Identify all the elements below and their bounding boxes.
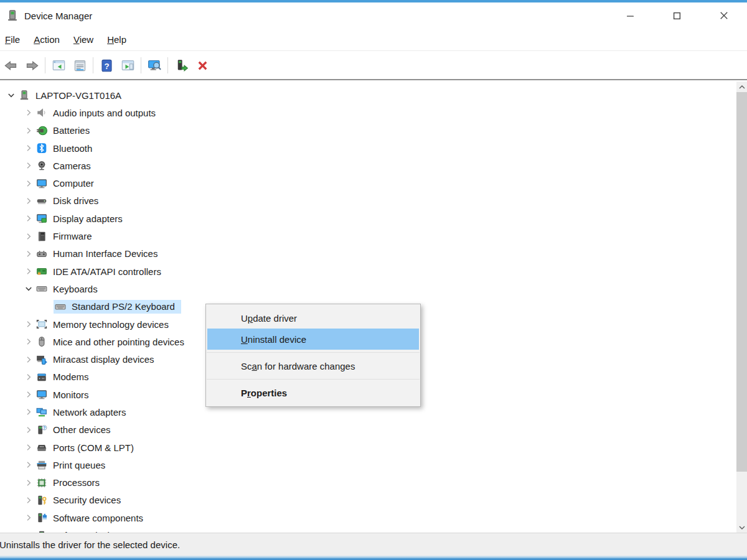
network-adapter-icon — [36, 406, 47, 418]
chevron-down-icon[interactable] — [22, 284, 35, 294]
chevron-down-icon — [739, 526, 745, 530]
tree-item-label: Disk drives — [53, 195, 98, 206]
minimize-button[interactable] — [607, 2, 654, 29]
chevron-right-icon[interactable] — [22, 319, 35, 329]
chevron-right-icon[interactable] — [22, 249, 35, 259]
tree-item-firmware[interactable]: Firmware — [0, 227, 736, 245]
close-button[interactable] — [700, 2, 747, 29]
speaker-icon — [36, 107, 47, 118]
tree-item-label: Memory technology devices — [53, 319, 169, 330]
show-console-tree-button[interactable] — [48, 55, 69, 76]
maximize-icon — [673, 12, 681, 20]
context-menu-item-uninstall-device[interactable]: Uninstall device — [207, 329, 419, 350]
tree-item-other-devices[interactable]: ? Other devices — [0, 421, 736, 439]
tree-item-cameras[interactable]: Cameras — [0, 157, 736, 174]
scroll-up-button[interactable] — [736, 82, 747, 92]
menubar: File Action View Help — [0, 29, 747, 51]
chevron-right-icon[interactable] — [22, 390, 35, 399]
tree-item-software-components[interactable]: Software components — [0, 509, 736, 526]
update-driver-button[interactable] — [171, 55, 192, 76]
properties-window-icon — [73, 58, 87, 73]
tree-item-processors[interactable]: Processors — [0, 474, 736, 492]
tree-item-label: Security devices — [53, 495, 121, 505]
context-menu-item-properties[interactable]: Properties — [207, 382, 419, 403]
chevron-down-icon[interactable] — [5, 90, 17, 100]
chevron-right-icon[interactable] — [22, 143, 35, 153]
context-menu-item-update-driver[interactable]: Update driver — [207, 307, 419, 329]
tree-item-batteries[interactable]: Batteries — [0, 122, 736, 139]
tree-item-laptop-vg1t016a[interactable]: LAPTOP-VG1T016A — [0, 86, 736, 104]
laptop-device-icon — [19, 90, 30, 101]
tree-item-label: Ports (COM & LPT) — [53, 442, 134, 453]
tree-item-display-adapters[interactable]: Display adapters — [0, 210, 736, 227]
chevron-right-icon[interactable] — [22, 372, 35, 382]
chevron-right-icon[interactable] — [22, 179, 35, 189]
uninstall-device-button[interactable] — [192, 55, 213, 76]
chevron-right-icon[interactable] — [22, 460, 35, 470]
toolbar-separator — [167, 57, 168, 73]
menu-help[interactable]: Help — [100, 30, 133, 49]
forward-button[interactable] — [21, 55, 42, 76]
tree-item-human-interface-devices[interactable]: Human Interface Devices — [0, 245, 736, 263]
window-title: Device Manager — [24, 11, 92, 21]
firmware-icon — [36, 231, 47, 242]
tree-item-label: Mice and other pointing devices — [53, 337, 184, 347]
menu-action[interactable]: Action — [27, 30, 67, 49]
menu-file[interactable]: File — [0, 30, 27, 49]
maximize-button[interactable] — [654, 2, 700, 29]
chevron-right-icon[interactable] — [22, 495, 35, 505]
tree-item-label: Bluetooth — [53, 143, 92, 154]
tree-item-audio-inputs-and-outputs[interactable]: Audio inputs and outputs — [0, 104, 736, 121]
tree-item-label: Cameras — [53, 161, 91, 171]
chevron-right-icon[interactable] — [22, 337, 35, 347]
chevron-right-icon[interactable] — [22, 355, 35, 365]
chevron-right-icon[interactable] — [22, 196, 35, 206]
status-text: Uninstalls the driver for the selected d… — [0, 539, 180, 550]
scan-hardware-icon — [148, 58, 162, 73]
disk-icon — [36, 195, 47, 207]
chevron-right-icon[interactable] — [22, 478, 35, 488]
chevron-right-icon[interactable] — [22, 266, 35, 276]
tree-item-print-queues[interactable]: Print queues — [0, 456, 736, 474]
show-console-tree-icon — [52, 58, 66, 73]
titlebar[interactable]: Device Manager — [0, 2, 747, 29]
chevron-right-icon[interactable] — [22, 442, 35, 452]
action-pane-icon — [121, 58, 135, 73]
action-pane-button[interactable] — [117, 55, 138, 76]
tree-item-keyboards[interactable]: Keyboards — [0, 280, 736, 297]
ports-icon — [36, 442, 47, 453]
display-adapter-icon — [36, 213, 47, 224]
scroll-down-button[interactable] — [736, 522, 747, 533]
tree-item-label: Print queues — [53, 460, 105, 470]
tree-item-ide-ata-atapi-controllers[interactable]: IDE ATA/ATAPI controllers — [0, 263, 736, 280]
chevron-placeholder — [41, 302, 54, 312]
chevron-right-icon[interactable] — [22, 213, 35, 223]
chevron-right-icon[interactable] — [22, 407, 35, 417]
tree-item-security-devices[interactable]: Security devices — [0, 492, 736, 509]
tree-item-bluetooth[interactable]: Bluetooth — [0, 139, 736, 157]
context-menu-item-scan-hardware-changes[interactable]: Scan for hardware changes — [207, 355, 419, 376]
tree-item-label: Processors — [53, 477, 100, 488]
chevron-right-icon[interactable] — [22, 126, 35, 136]
tree-item-ports-com-lpt[interactable]: Ports (COM & LPT) — [0, 439, 736, 456]
help-button[interactable]: ? — [96, 55, 117, 76]
vertical-scrollbar[interactable] — [736, 82, 747, 533]
menu-view[interactable]: View — [67, 30, 100, 49]
mouse-icon — [36, 336, 47, 347]
chevron-right-icon[interactable] — [22, 161, 35, 170]
chevron-right-icon[interactable] — [22, 513, 35, 523]
tree-item-label: Standard PS/2 Keyboard — [72, 301, 175, 312]
tree-item-software-devices[interactable]: Software devices — [0, 526, 736, 533]
scan-hardware-button[interactable] — [144, 55, 165, 76]
back-button[interactable] — [0, 55, 21, 76]
chevron-right-icon[interactable] — [22, 108, 35, 118]
tree-item-computer[interactable]: Computer — [0, 174, 736, 192]
scrollbar-thumb[interactable] — [736, 92, 747, 472]
chevron-right-icon[interactable] — [22, 231, 35, 241]
chevron-right-icon[interactable] — [22, 425, 35, 435]
properties-window-button[interactable] — [69, 55, 90, 76]
keyboard-icon — [55, 301, 66, 312]
tree-item-label: Display adapters — [53, 213, 123, 224]
tree-item-disk-drives[interactable]: Disk drives — [0, 192, 736, 210]
minimize-icon — [626, 12, 634, 20]
